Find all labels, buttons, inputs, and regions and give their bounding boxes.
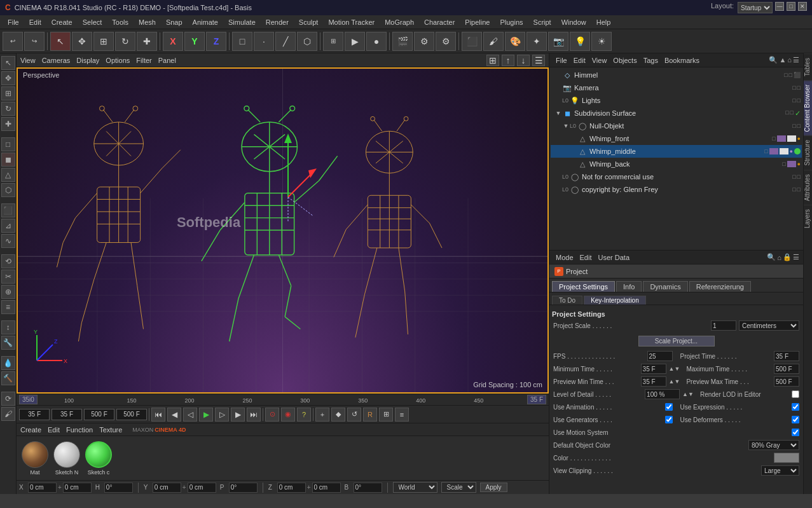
obj-file[interactable]: File: [553, 57, 570, 64]
render-btn[interactable]: ⚙: [436, 32, 456, 51]
sky-btn[interactable]: ☀: [591, 32, 612, 51]
vp-filter[interactable]: Filter: [136, 57, 151, 64]
min-time-spinner[interactable]: ▲▼: [669, 366, 680, 372]
attr-lock-icon[interactable]: 🔒: [783, 253, 792, 261]
vp-cameras[interactable]: Cameras: [42, 57, 71, 64]
min-frame-input[interactable]: [52, 409, 82, 420]
subtab-key-interpolation[interactable]: Key-Interpolation: [584, 296, 646, 305]
p-value-input[interactable]: [229, 483, 258, 493]
obj-edit[interactable]: Edit: [571, 57, 588, 64]
left-icon-16[interactable]: ↕: [1, 320, 15, 334]
record-anim[interactable]: ●: [366, 32, 387, 51]
max-frame-input[interactable]: [84, 409, 114, 420]
scale-tool[interactable]: ⊞: [93, 32, 114, 51]
viewport[interactable]: X Y Z Softpedia Perspec: [17, 67, 549, 394]
max-time-input[interactable]: [774, 364, 799, 374]
tool-list-btn[interactable]: ≡: [395, 408, 409, 422]
menu-animate[interactable]: Animate: [188, 17, 223, 27]
z-value-input[interactable]: [277, 483, 306, 493]
left-icon-3[interactable]: ↻: [1, 102, 15, 116]
point-mode[interactable]: ·: [254, 32, 274, 51]
obj-row-himmel[interactable]: ◇ Himmel □ □ ⬛: [551, 69, 802, 81]
min-time-input[interactable]: [641, 364, 666, 374]
paint-btn[interactable]: 🎨: [505, 32, 525, 51]
obj-arrow-lights[interactable]: [554, 97, 562, 104]
x-value-input[interactable]: [28, 483, 57, 493]
maximize-button[interactable]: □: [787, 2, 795, 11]
skip-start-btn[interactable]: ⏮: [151, 408, 165, 422]
rotate-tool[interactable]: ↻: [115, 32, 135, 51]
left-icon-18[interactable]: 💧: [1, 356, 15, 370]
render-view[interactable]: 🎬: [392, 32, 413, 51]
use-deform-checkbox[interactable]: [792, 416, 799, 423]
vp-btn1[interactable]: ⊞: [486, 55, 499, 66]
obj-view[interactable]: View: [589, 57, 610, 64]
apply-button[interactable]: Apply: [480, 483, 507, 492]
obj-arrow-whimp-middle[interactable]: [570, 148, 577, 155]
vp-btn3[interactable]: ↓: [517, 55, 530, 66]
anim-record-btn[interactable]: ⊙: [265, 408, 279, 422]
menu-character[interactable]: Character: [419, 17, 460, 27]
vp-view[interactable]: View: [20, 57, 36, 64]
menu-file[interactable]: File: [3, 17, 24, 27]
left-icon-2[interactable]: ⊞: [1, 86, 15, 100]
viewport-layout[interactable]: ⊞: [323, 32, 343, 51]
obj-arrow-subdivision[interactable]: ▼: [554, 109, 562, 117]
home-icon[interactable]: ⌂: [787, 56, 792, 64]
preview-max-input[interactable]: [774, 376, 799, 387]
light-btn[interactable]: 💡: [570, 32, 590, 51]
attr-edit[interactable]: Edit: [577, 254, 595, 261]
left-icon-20[interactable]: ⟳: [1, 392, 15, 406]
mat-function[interactable]: Function: [66, 426, 93, 434]
left-icon-8[interactable]: ⬡: [1, 183, 15, 197]
attr-settings-icon[interactable]: ☰: [793, 253, 799, 261]
project-scale-unit[interactable]: Centimeters: [739, 320, 799, 331]
right-tab-tables[interactable]: Tables: [804, 53, 812, 80]
z-axis[interactable]: Z: [206, 32, 226, 51]
use-anim-checkbox[interactable]: [665, 403, 673, 411]
obj-row-not-commercial[interactable]: L0 ◯ Not for commercial use □ □: [551, 170, 802, 183]
use-gen-checkbox[interactable]: [665, 416, 673, 423]
end-frame-input[interactable]: [116, 409, 147, 420]
left-icon-12[interactable]: ⟲: [1, 254, 15, 268]
minimize-button[interactable]: —: [775, 2, 784, 11]
particle-btn[interactable]: ✦: [526, 32, 547, 51]
project-time-input[interactable]: [774, 351, 799, 361]
mat-edit[interactable]: Edit: [48, 426, 60, 434]
menu-script[interactable]: Script: [528, 17, 556, 27]
search-icon[interactable]: 🔍: [769, 56, 778, 64]
play-btn[interactable]: ▶: [199, 408, 213, 422]
poly-mode[interactable]: ⬡: [297, 32, 317, 51]
vp-display[interactable]: Display: [76, 57, 99, 64]
menu-window[interactable]: Window: [556, 17, 591, 27]
left-icon-7[interactable]: △: [1, 168, 15, 182]
y-axis[interactable]: Y: [184, 32, 205, 51]
obj-arrow-whimp-back[interactable]: [570, 160, 577, 168]
h-value-input[interactable]: [104, 483, 133, 493]
x-offset-input[interactable]: [63, 483, 92, 493]
edge-mode[interactable]: ╱: [275, 32, 296, 51]
obj-arrow-copyright[interactable]: [554, 186, 562, 193]
undo-btn[interactable]: ↩: [3, 32, 23, 51]
attr-home-icon[interactable]: ⌂: [777, 254, 781, 261]
use-expression-checkbox[interactable]: [792, 403, 799, 411]
add-tool[interactable]: ✚: [137, 32, 157, 51]
obj-arrow-himmel[interactable]: [554, 71, 562, 79]
vp-btn2[interactable]: ↑: [502, 55, 514, 66]
menu-mesh[interactable]: Mesh: [134, 17, 161, 27]
attr-user-data[interactable]: User Data: [596, 254, 633, 261]
scale-dropdown[interactable]: Scale: [441, 482, 476, 493]
start-frame-input[interactable]: [19, 409, 50, 420]
render-lod-checkbox[interactable]: [792, 390, 799, 398]
left-icon-1[interactable]: ✥: [1, 71, 15, 85]
layout-select[interactable]: Startup: [738, 2, 773, 13]
cube-btn[interactable]: ⬛: [462, 32, 482, 51]
obj-row-kamera[interactable]: 📷 Kamera □ □: [551, 81, 802, 94]
menu-create[interactable]: Create: [46, 17, 78, 27]
use-motion-checkbox[interactable]: [792, 429, 799, 436]
obj-row-whimp-middle[interactable]: △ Whimp_middle □ ●: [551, 145, 802, 158]
move-tool[interactable]: ✥: [72, 32, 92, 51]
tool-loop-btn[interactable]: ↺: [347, 408, 361, 422]
left-icon-13[interactable]: ✂: [1, 270, 15, 284]
obj-row-null[interactable]: ▼ L0 ◯ Null-Objekt □ □: [551, 120, 802, 132]
